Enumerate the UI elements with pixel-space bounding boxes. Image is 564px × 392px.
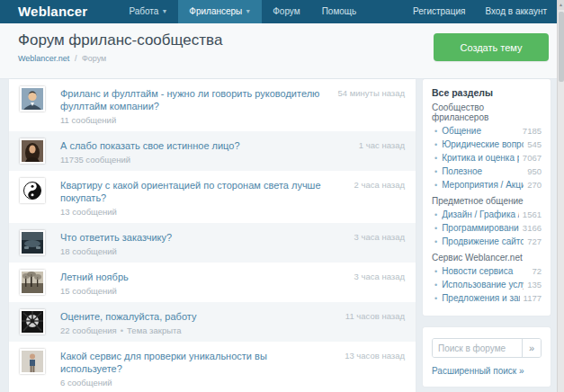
topic-meta: 18 сообщений — [60, 246, 322, 256]
topic-time: 1 час назад — [322, 138, 405, 150]
page-header: Форум фриланс-сообщества Weblancer.net /… — [0, 23, 557, 79]
sections-panel-title: Все разделы — [432, 87, 542, 98]
topic-title-link[interactable]: А слабо показать свое истинное лицо? — [60, 139, 322, 152]
topic-time: 13 часов назад — [322, 349, 405, 361]
topic-row[interactable]: Летний ноябрь15 сообщений3 часа назад — [9, 263, 416, 302]
nav-item-login[interactable]: Вход в аккаунт — [475, 0, 557, 23]
scrollbar[interactable]: ▲ — [557, 0, 564, 392]
bullet-icon: • — [434, 166, 437, 178]
category-link[interactable]: Общение — [442, 125, 519, 137]
chevron-down-icon: ▼ — [245, 8, 251, 14]
topic-title-link[interactable]: Что ответить заказчику? — [60, 231, 322, 244]
category-count: 1561 — [523, 209, 542, 220]
nav-item-help[interactable]: Помощь — [311, 0, 368, 23]
nav-item-work[interactable]: Работа▼ — [118, 0, 178, 23]
topic-title-link[interactable]: Летний ноябрь — [60, 271, 322, 283]
sidebar-category[interactable]: •Новости сервиса72 — [432, 265, 542, 278]
avatar-yin-yang — [20, 178, 45, 203]
sidebar-category[interactable]: •Критика и оценка работ7067 — [432, 152, 542, 165]
message-count: 18 сообщений — [60, 246, 117, 256]
section-title: Сервис Weblancer.net — [432, 253, 542, 263]
avatar-dark-rays — [20, 309, 45, 334]
category-link[interactable]: Предложения и замечания — [442, 292, 519, 304]
sidebar-category[interactable]: •Продвижение сайтов / SEO727 — [432, 236, 542, 248]
scrollbar-thumb[interactable] — [559, 12, 564, 82]
category-count: 950 — [527, 165, 542, 177]
sidebar-category[interactable]: •Программирование3166 — [432, 222, 542, 235]
chevron-down-icon: ▼ — [161, 8, 167, 14]
topic-meta: 11735 сообщений — [60, 155, 322, 165]
sidebar-category[interactable]: •Юридические вопросы545 — [432, 138, 542, 151]
category-count: 1177 — [524, 292, 542, 304]
nav-item-registration[interactable]: Регистрация — [403, 0, 475, 23]
bullet-icon: • — [434, 293, 437, 305]
category-count: 135 — [527, 279, 542, 290]
sidebar-category[interactable]: •Мероприятия / Акции270 — [432, 179, 542, 192]
topic-meta: 11 сообщений — [60, 115, 322, 125]
top-navbar: Weblancer Работа▼Фрилансеры▼ФорумПомощь … — [0, 0, 557, 23]
search-submit-button[interactable]: » — [522, 339, 541, 357]
sidebar-category[interactable]: •Общение7185 — [432, 125, 542, 138]
create-topic-button[interactable]: Создать тему — [434, 33, 549, 61]
bullet-icon: • — [434, 153, 437, 165]
category-link[interactable]: Новости сервиса — [442, 265, 528, 277]
search-input[interactable] — [433, 339, 522, 357]
message-count: 13 сообщений — [60, 207, 117, 217]
category-count: 7185 — [523, 125, 542, 137]
bullet-icon: • — [434, 223, 437, 235]
category-link[interactable]: Мероприятия / Акции — [442, 179, 524, 191]
topic-row[interactable]: А слабо показать свое истинное лицо?1173… — [9, 131, 416, 171]
sidebar-category[interactable]: •Предложения и замечания1177 — [432, 292, 542, 305]
bullet-icon: • — [434, 266, 437, 278]
category-link[interactable]: Полезное — [442, 165, 524, 177]
avatar-woman-portrait — [20, 138, 45, 164]
topic-meta: 15 сообщений — [60, 286, 322, 296]
avatar-dark-photo — [20, 230, 45, 255]
topic-title-link[interactable]: Оцените, пожалуйста, работу — [60, 310, 322, 323]
topic-title-link[interactable]: Фриланс и фуллтайм - нужно ли говорить р… — [60, 87, 322, 112]
topic-time: 54 минуты назад — [322, 86, 405, 98]
bullet-icon: • — [434, 209, 437, 221]
breadcrumb-current: Форум — [82, 54, 106, 63]
topic-time: 3 часа назад — [322, 270, 405, 281]
topic-row[interactable]: Какой сервис для проверки уникальности в… — [9, 342, 416, 392]
topic-title-link[interactable]: Квартиру с какой ориентацией по сторонам… — [60, 179, 322, 204]
breadcrumb-root-link[interactable]: Weblancer.net — [18, 54, 69, 63]
category-link[interactable]: Программирование — [442, 222, 519, 234]
topic-time: 11 часов назад — [322, 309, 405, 321]
avatar-man-suit — [20, 86, 45, 111]
scroll-up-icon[interactable]: ▲ — [558, 0, 564, 10]
category-link[interactable]: Продвижение сайтов / SEO — [442, 236, 524, 247]
topic-title-link[interactable]: Какой сервис для проверки уникальности в… — [60, 350, 322, 375]
category-link[interactable]: Критика и оценка работ — [442, 152, 519, 164]
category-count: 270 — [527, 179, 542, 191]
topic-row[interactable]: Что ответить заказчику?18 сообщений3 час… — [9, 223, 416, 263]
section-title: Предметное общение — [432, 196, 542, 206]
topic-row[interactable]: Квартиру с какой ориентацией по сторонам… — [9, 171, 416, 223]
advanced-search-link[interactable]: Расширенный поиск » — [432, 366, 524, 376]
topic-status: Тема закрыта — [127, 325, 181, 335]
nav-item-forum[interactable]: Форум — [262, 0, 310, 23]
site-logo[interactable]: Weblancer — [0, 0, 105, 23]
section-title: Сообщество фрилансеров — [432, 102, 542, 122]
avatar-person-standing — [20, 349, 45, 374]
category-count: 545 — [527, 138, 542, 150]
message-count: 6 сообщений — [60, 378, 112, 388]
category-link[interactable]: Дизайн / Графика / Фото — [442, 209, 519, 220]
sidebar-category[interactable]: •Полезное950 — [432, 165, 542, 178]
message-count: 11 сообщений — [60, 115, 116, 125]
sidebar: Все разделы Сообщество фрилансеров•Общен… — [423, 79, 551, 387]
bullet-icon: • — [434, 236, 437, 248]
category-link[interactable]: Юридические вопросы — [442, 138, 524, 150]
nav-item-freelancers[interactable]: Фрилансеры▼ — [178, 0, 262, 23]
account-nav: РегистрацияВход в аккаунт — [403, 0, 557, 23]
category-link[interactable]: Использование услуг сервиса — [442, 279, 524, 290]
forum-search: » — [432, 338, 542, 358]
category-count: 7067 — [523, 152, 542, 164]
sidebar-category[interactable]: •Дизайн / Графика / Фото1561 — [432, 209, 542, 221]
sidebar-category[interactable]: •Использование услуг сервиса135 — [432, 279, 542, 291]
topic-time: 3 часа назад — [322, 230, 405, 242]
topic-row[interactable]: Оцените, пожалуйста, работу22 сообщения•… — [9, 302, 416, 342]
meta-separator-icon: • — [121, 325, 123, 335]
topic-row[interactable]: Фриланс и фуллтайм - нужно ли говорить р… — [9, 79, 416, 131]
